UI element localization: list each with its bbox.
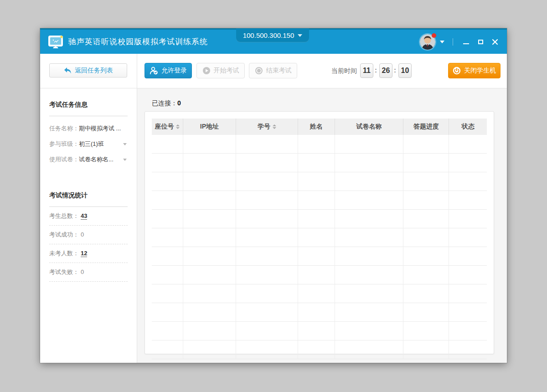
table-cell xyxy=(152,303,183,322)
task-info-row[interactable]: 使用试卷：试卷名称名... xyxy=(49,152,128,167)
table-row xyxy=(152,247,487,266)
stat-value[interactable]: 12 xyxy=(81,250,87,257)
time-hours: 11 xyxy=(360,63,373,78)
app-window: 驰声英语听说校园版模拟考试训练系统 100.500.300.150 xyxy=(40,28,507,363)
time-colon: : xyxy=(394,66,396,74)
column-header-座位号[interactable]: 座位号 xyxy=(152,119,183,135)
column-header-学号[interactable]: 学号 xyxy=(236,119,298,135)
sort-icon xyxy=(273,124,276,129)
table-cell xyxy=(236,191,298,210)
table-cell xyxy=(449,191,487,210)
table-cell xyxy=(152,284,183,303)
titlebar-separator xyxy=(453,38,453,46)
table-cell xyxy=(298,191,335,210)
sidebar-divider xyxy=(137,54,137,363)
table-row xyxy=(152,135,487,154)
table-row xyxy=(152,303,487,322)
column-header-inner: IP地址 xyxy=(200,123,219,131)
power-icon xyxy=(453,67,461,75)
table-cell xyxy=(236,210,298,228)
back-to-task-list-button[interactable]: 返回任务列表 xyxy=(49,63,127,77)
table-cell xyxy=(335,135,403,154)
table-cell xyxy=(298,322,335,340)
stat-row: 考试成功：0 xyxy=(49,226,128,244)
close-icon xyxy=(492,39,498,45)
column-header-label: 学号 xyxy=(258,123,270,131)
table-cell xyxy=(335,322,403,340)
table-cell xyxy=(403,340,449,359)
table-cell xyxy=(298,172,335,191)
table-cell xyxy=(335,340,403,359)
stat-label: 未考人数： xyxy=(49,250,79,257)
end-exam-button[interactable]: 结束考试 xyxy=(249,63,297,78)
table-cell xyxy=(335,266,403,284)
table-cell xyxy=(152,154,183,172)
task-info-rows: 任务名称：期中模拟考试 ...参与班级：初三(1)班使用试卷：试卷名称名... xyxy=(49,116,128,167)
task-info-value: 期中模拟考试 ... xyxy=(79,125,121,132)
table-row xyxy=(152,228,487,247)
avatar-menu-caret-icon[interactable] xyxy=(440,41,444,43)
app-title: 驰声英语听说校园版模拟考试训练系统 xyxy=(68,30,208,54)
stat-value[interactable]: 43 xyxy=(81,212,87,220)
column-header-试卷名称: 试卷名称 xyxy=(335,119,403,135)
ip-address-dropdown[interactable]: 100.500.300.150 xyxy=(236,28,309,42)
stat-value: 0 xyxy=(81,231,84,238)
maximize-icon xyxy=(478,40,483,44)
table-cell xyxy=(183,228,236,247)
task-info-label: 任务名称： xyxy=(49,125,79,132)
table-cell xyxy=(236,228,298,247)
close-student-machine-button[interactable]: 关闭学生机 xyxy=(448,63,501,78)
stat-label: 考试失败： xyxy=(49,268,79,275)
table-cell xyxy=(236,322,298,340)
table-cell xyxy=(183,172,236,191)
time-colon: : xyxy=(375,66,377,74)
stat-label: 考试成功： xyxy=(49,231,79,238)
table-cell xyxy=(236,284,298,303)
table-cell xyxy=(403,247,449,266)
table-cell xyxy=(298,228,335,247)
table-cell xyxy=(152,266,183,284)
close-button[interactable] xyxy=(489,36,501,48)
sidebar: 考试任务信息 任务名称：期中模拟考试 ...参与班级：初三(1)班使用试卷：试卷… xyxy=(40,88,137,363)
chevron-down-icon xyxy=(298,34,302,37)
maximize-button[interactable] xyxy=(474,36,487,48)
sort-down-icon xyxy=(176,127,180,129)
table-cell xyxy=(335,247,403,266)
allow-login-icon xyxy=(150,67,158,75)
table-cell xyxy=(403,284,449,303)
minimize-button[interactable] xyxy=(459,36,472,48)
table-cell xyxy=(236,135,298,154)
table-cell xyxy=(183,303,236,322)
table-cell xyxy=(183,266,236,284)
current-time-label: 当前时间 xyxy=(331,67,357,75)
table-cell xyxy=(335,303,403,322)
table-cell xyxy=(449,340,487,359)
desktop-background: 驰声英语听说校园版模拟考试训练系统 100.500.300.150 xyxy=(0,0,547,392)
column-header-label: 座位号 xyxy=(155,123,174,131)
column-header-inner: 答题进度 xyxy=(413,123,439,131)
close-student-machine-label: 关闭学生机 xyxy=(464,67,496,75)
table-cell xyxy=(152,135,183,154)
app-logo-icon xyxy=(47,34,65,50)
table-cell xyxy=(298,266,335,284)
avatar[interactable] xyxy=(420,34,435,50)
table-cell xyxy=(449,172,487,191)
table-row xyxy=(152,340,487,359)
stat-row: 未考人数：12 xyxy=(49,244,128,263)
column-header-inner: 学号 xyxy=(258,123,276,131)
column-header-inner: 状态 xyxy=(462,123,475,131)
stat-label: 考生总数： xyxy=(49,212,79,219)
column-header-label: IP地址 xyxy=(200,123,219,131)
table-cell xyxy=(152,340,183,359)
task-info-row[interactable]: 参与班级：初三(1)班 xyxy=(49,136,128,152)
table-cell xyxy=(449,266,487,284)
stat-value: 0 xyxy=(81,268,84,275)
table-cell xyxy=(298,284,335,303)
table-cell xyxy=(298,154,335,172)
task-info-label: 参与班级： xyxy=(49,140,79,147)
table-cell xyxy=(403,210,449,228)
table-cell xyxy=(335,210,403,228)
table-row xyxy=(152,154,487,172)
allow-login-button[interactable]: 允许登录 xyxy=(144,63,192,78)
start-exam-button[interactable]: 开始考试 xyxy=(196,63,245,78)
